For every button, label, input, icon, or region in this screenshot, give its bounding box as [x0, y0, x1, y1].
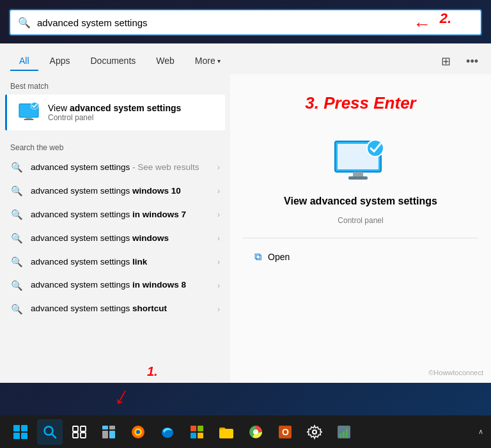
tab-more[interactable]: More ▾: [186, 52, 230, 71]
svg-point-23: [136, 430, 140, 434]
taskbar-edge-button[interactable]: [155, 419, 180, 445]
taskmanager-icon: [337, 425, 351, 439]
svg-rect-15: [73, 433, 78, 438]
svg-rect-36: [339, 434, 341, 437]
right-panel: 3. Press Enter V: [230, 74, 491, 383]
svg-point-31: [253, 429, 258, 435]
watermark: ©Howwtoconnect: [428, 369, 483, 376]
web-item-text-6: advanced system settings shortcut: [31, 303, 210, 315]
chevron-right-icon-2: ›: [217, 210, 220, 219]
taskbar-chrome-button[interactable]: [243, 419, 269, 445]
chevron-right-icon-6: ›: [217, 305, 220, 314]
chevron-right-icon-3: ›: [217, 234, 220, 243]
annotation-num-2-label: 2.: [440, 10, 451, 27]
web-item-text-3: advanced system settings windows: [31, 233, 210, 245]
taskbar-explorer-button[interactable]: [214, 419, 239, 445]
web-item-1[interactable]: 🔍 advanced system settings windows 10 ›: [0, 180, 230, 203]
right-panel-title: View advanced system settings: [284, 196, 437, 207]
svg-rect-29: [219, 429, 233, 438]
firefox-icon: [130, 424, 146, 440]
search-web-icon-6: 🔍: [10, 304, 23, 315]
chevron-down-icon: ▾: [217, 58, 221, 65]
svg-rect-25: [191, 426, 196, 431]
taskbar-settings-button[interactable]: [302, 419, 327, 445]
web-item-3[interactable]: 🔍 advanced system settings windows ›: [0, 227, 230, 251]
chevron-right-icon-4: ›: [217, 258, 220, 266]
taskbar-taskview-button[interactable]: [66, 419, 92, 445]
taskbar-widgets-button[interactable]: [96, 419, 121, 445]
store-icon: [189, 424, 205, 440]
svg-rect-14: [81, 426, 86, 431]
left-panel: Best match: [0, 74, 230, 383]
web-item-6[interactable]: 🔍 advanced system settings shortcut ›: [0, 297, 230, 321]
web-item-2[interactable]: 🔍 advanced system settings in windows 7 …: [0, 203, 230, 227]
web-search-label: Search the web: [0, 135, 230, 156]
taskbar-taskmanager-button[interactable]: [331, 419, 357, 445]
search-results-area: All Apps Documents Web More ▾ ⊞ ••• B: [0, 43, 491, 383]
svg-rect-7: [353, 172, 363, 177]
web-search-section: Search the web 🔍 advanced system setting…: [0, 130, 230, 326]
search-icon: 🔍: [18, 17, 31, 29]
web-item-text-1: advanced system settings windows 10: [31, 185, 210, 197]
svg-rect-19: [102, 431, 108, 438]
open-label: Open: [268, 252, 290, 262]
tab-all[interactable]: All: [10, 52, 38, 71]
best-match-label: Best match: [0, 74, 230, 95]
taskbar-search-button[interactable]: [37, 419, 63, 445]
search-popup: 🔍 ← 2. All Apps Documents Web More ▾ ⊞: [0, 0, 491, 415]
best-match-item[interactable]: View advanced system settings Control pa…: [5, 95, 225, 130]
taskview-icon: [72, 426, 86, 438]
svg-rect-13: [73, 426, 78, 431]
search-web-icon-4: 🔍: [10, 256, 23, 268]
chevron-right-icon-1: ›: [217, 187, 220, 196]
search-bar[interactable]: 🔍: [9, 9, 482, 36]
system-tray: ∧: [478, 428, 483, 436]
desktop: 🔍 ← 2. All Apps Documents Web More ▾ ⊞: [0, 0, 491, 448]
search-web-icon-5: 🔍: [10, 280, 23, 291]
content-area: Best match: [0, 74, 491, 383]
taskbar-office-button[interactable]: O: [272, 419, 298, 445]
chrome-icon: [248, 424, 263, 440]
more-options-btn[interactable]: •••: [464, 52, 481, 71]
right-panel-subtitle: Control panel: [338, 216, 383, 225]
tab-apps[interactable]: Apps: [41, 52, 79, 71]
tab-documents[interactable]: Documents: [81, 52, 144, 71]
svg-rect-28: [198, 433, 203, 438]
taskbar-firefox-button[interactable]: [125, 419, 151, 445]
monitor-icon-large: [332, 138, 389, 188]
web-item-4[interactable]: 🔍 advanced system settings link ›: [0, 251, 230, 274]
best-match-text: View advanced system settings Control pa…: [48, 103, 181, 122]
annotation-num-1: 1.: [147, 364, 158, 379]
web-item-text-2: advanced system settings in windows 7: [31, 209, 210, 221]
taskbar-store-button[interactable]: [184, 419, 210, 445]
annotation-press-enter: 3. Press Enter: [243, 93, 478, 113]
svg-rect-26: [198, 426, 203, 431]
svg-text:O: O: [282, 427, 289, 437]
office-icon: O: [277, 424, 293, 440]
filter-tabs-right: ⊞ •••: [439, 52, 481, 71]
monitor-icon-container: View advanced system settings Control pa…: [284, 138, 437, 225]
taskbar: O ∧: [0, 415, 491, 448]
best-match-title: View advanced system settings: [48, 103, 181, 113]
tray-icons: ∧: [478, 428, 483, 436]
edge-icon: [160, 424, 175, 440]
tab-web[interactable]: Web: [147, 52, 183, 71]
annotation-arrow-2: ←: [413, 14, 431, 35]
search-input[interactable]: [37, 17, 473, 28]
chat-icon-btn[interactable]: ⊞: [439, 52, 453, 71]
best-match-subtitle: Control panel: [48, 113, 181, 122]
search-bar-container: 🔍 ← 2.: [9, 9, 482, 36]
svg-rect-38: [346, 429, 348, 437]
svg-rect-20: [109, 431, 115, 438]
taskbar-start-button[interactable]: [8, 419, 33, 445]
web-item-text-0: advanced system settings - See web resul…: [31, 162, 210, 174]
search-web-icon-3: 🔍: [10, 233, 23, 244]
svg-rect-2: [24, 119, 34, 120]
web-item-0[interactable]: 🔍 advanced system settings - See web res…: [0, 156, 230, 180]
svg-line-12: [52, 434, 56, 438]
svg-rect-27: [191, 433, 196, 438]
web-item-5[interactable]: 🔍 advanced system settings in windows 8 …: [0, 274, 230, 297]
open-button[interactable]: ⧉ Open: [249, 249, 295, 265]
chevron-right-icon-0: ›: [217, 163, 220, 172]
svg-rect-8: [348, 176, 368, 180]
